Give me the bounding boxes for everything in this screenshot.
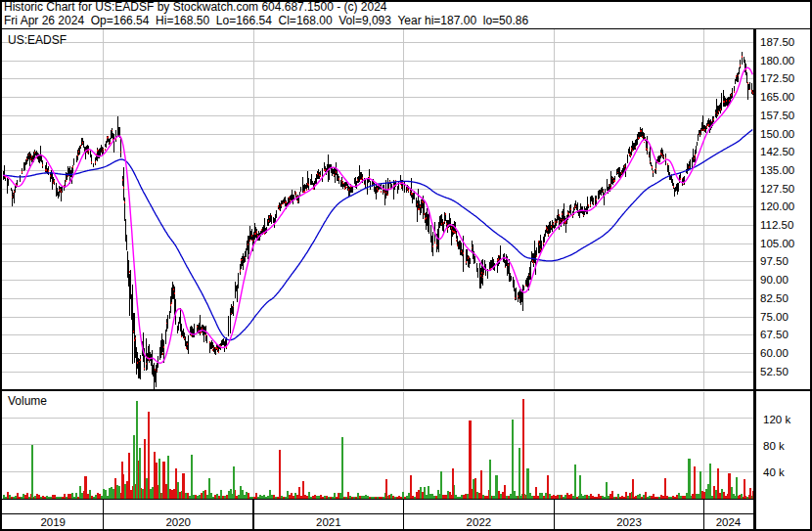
year-label: 2024 [706,516,749,529]
price-volume-chart [0,0,812,531]
quote-line: Fri Apr 26 2024 Op=166.54 Hi=168.50 Lo=1… [4,15,528,27]
price-axis-tick: 127.50 [760,183,794,196]
price-axis-tick: 75.00 [760,311,789,324]
price-axis-tick: 135.00 [760,164,794,177]
price-axis-tick: 90.00 [760,274,789,287]
symbol-label: US:EADSF [8,33,67,47]
price-axis-tick: 112.50 [760,219,793,232]
price-axis-tick: 157.50 [760,110,794,122]
price-axis-tick: 97.50 [760,255,789,268]
year-label: 2023 [608,516,651,529]
historic-chart-window: Historic Chart for US:EADSF by Stockwatc… [0,0,812,531]
price-axis-tick: 120.00 [760,200,794,213]
price-axis-tick: 165.00 [760,91,794,104]
price-axis-tick: 180.00 [760,55,794,67]
price-axis-tick: 67.50 [760,329,789,341]
price-axis-tick: 60.00 [760,347,789,360]
price-axis-tick: 187.50 [760,36,794,49]
year-label: 2021 [307,516,350,529]
chart-title: Historic Chart for US:EADSF by Stockwatc… [4,1,387,14]
year-label: 2019 [31,516,74,529]
volume-pane-label: Volume [8,394,47,408]
price-axis-tick: 172.50 [760,72,794,85]
volume-axis-tick: 120 k [763,414,790,426]
price-axis-tick: 150.00 [760,128,794,141]
price-axis-tick: 52.50 [760,366,789,378]
price-axis-tick: 82.50 [760,292,789,305]
price-axis-tick: 105.00 [760,238,794,250]
volume-axis-tick: 80 k [763,440,785,453]
price-axis-tick: 142.50 [760,146,794,158]
year-label: 2020 [157,516,200,529]
year-label: 2022 [457,516,500,529]
volume-axis-tick: 40 k [763,466,785,479]
